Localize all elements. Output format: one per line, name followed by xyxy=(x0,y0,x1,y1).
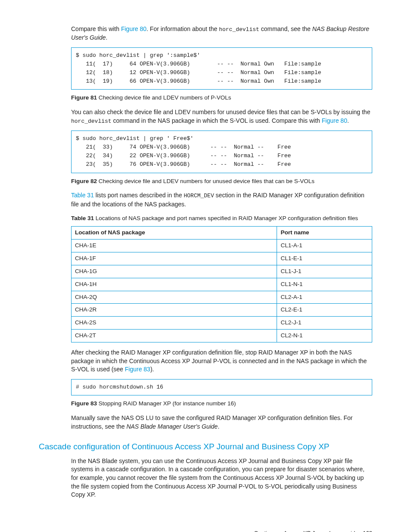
table-row: CHA-1FCL1-E-1 xyxy=(72,252,372,265)
figure-80-link-2[interactable]: Figure 80 xyxy=(322,117,347,124)
para2-text1: You can also check the device file and L… xyxy=(71,109,370,115)
table-row: CHA-2QCL2-A-1 xyxy=(72,291,372,304)
cell-location: CHA-1G xyxy=(72,265,277,278)
table-header-row: Location of NAS package Port name xyxy=(72,227,372,240)
figure-80-link[interactable]: Figure 80 xyxy=(121,25,146,32)
cell-location: CHA-2Q xyxy=(72,291,277,304)
table-31-caption-text: Locations of NAS package and port names … xyxy=(94,215,358,221)
table-row: CHA-2RCL2-E-1 xyxy=(72,304,372,317)
section-heading: Cascade configuration of Continuous Acce… xyxy=(39,441,372,453)
table-31-caption: Table 31 Locations of NAS package and po… xyxy=(71,215,372,223)
intro-post1: command, see the xyxy=(259,25,312,32)
paragraph-3: Table 31 lists port names described in t… xyxy=(71,191,372,208)
code-block-1: $ sudo horc_devlist | grep ':sample$' 11… xyxy=(71,47,372,90)
figure-83-link[interactable]: Figure 83 xyxy=(125,366,150,373)
intro-mid: . For information about the xyxy=(146,25,219,32)
paragraph-4: After checking the RAID Manager XP confi… xyxy=(71,348,372,374)
para2-code: horc_devlist xyxy=(71,118,112,124)
cell-location: CHA-1E xyxy=(72,240,277,252)
paragraph-6: In the NAS Blade system, you can use the… xyxy=(71,457,372,499)
footer-title: Continuous Access XP Journal user guide xyxy=(254,530,358,532)
intro-pre: Compare this with xyxy=(71,25,121,32)
table-row: CHA-1HCL1-N-1 xyxy=(72,278,372,291)
para2-text2: command in the NAS package in which the … xyxy=(112,117,322,124)
port-table: Location of NAS package Port name CHA-1E… xyxy=(71,226,372,342)
cell-port: CL2-A-1 xyxy=(277,291,372,304)
intro-paragraph: Compare this with Figure 80. For informa… xyxy=(71,25,372,42)
para3-text1: lists port names described in the xyxy=(94,192,184,199)
table-row: CHA-2TCL2-N-1 xyxy=(72,330,372,342)
cell-location: CHA-2R xyxy=(72,304,277,317)
table-row: CHA-2SCL2-J-1 xyxy=(72,317,372,330)
cell-port: CL1-J-1 xyxy=(277,265,372,278)
cell-port: CL1-E-1 xyxy=(277,252,372,265)
code-block-3: # sudo horcmshutdown.sh 16 xyxy=(71,379,372,395)
paragraph-2: You can also check the device file and L… xyxy=(71,108,372,125)
figure-82-text: Checking device file and LDEV numbers fo… xyxy=(97,178,314,184)
para4-text2: ). xyxy=(150,366,154,373)
cell-port: CL1-A-1 xyxy=(277,240,372,252)
figure-83-text: Stopping RAID Manager XP (for instance n… xyxy=(97,400,236,407)
figure-81-text: Checking device file and LDEV numbers of… xyxy=(97,94,231,101)
table-row: CHA-1GCL1-J-1 xyxy=(72,265,372,278)
figure-81-caption: Figure 81 Checking device file and LDEV … xyxy=(71,94,372,102)
figure-82-caption: Figure 82 Checking device file and LDEV … xyxy=(71,177,372,186)
figure-81-lead: Figure 81 xyxy=(71,94,97,101)
para5-text2: . xyxy=(218,423,219,430)
paragraph-5: Manually save the NAS OS LU to save the … xyxy=(71,414,372,431)
intro-end: . xyxy=(106,34,107,41)
figure-83-caption: Figure 83 Stopping RAID Manager XP (for … xyxy=(71,400,372,408)
figure-82-lead: Figure 82 xyxy=(71,178,97,184)
table-row: CHA-1ECL1-A-1 xyxy=(72,240,372,252)
cell-location: CHA-1H xyxy=(72,278,277,291)
table-31-lead: Table 31 xyxy=(71,215,94,221)
cell-location: CHA-1F xyxy=(72,252,277,265)
intro-code: horc_devlist xyxy=(219,26,259,33)
cell-port: CL2-J-1 xyxy=(277,317,372,330)
cell-location: CHA-2T xyxy=(72,330,277,342)
page-footer: Continuous Access XP Journal user guide … xyxy=(39,529,372,532)
cell-port: CL2-N-1 xyxy=(277,330,372,342)
para4-text1: After checking the RAID Manager XP confi… xyxy=(71,349,367,373)
para2-text3: . xyxy=(347,117,349,124)
figure-83-lead: Figure 83 xyxy=(71,400,97,407)
col-header-port: Port name xyxy=(277,227,372,240)
col-header-location: Location of NAS package xyxy=(72,227,277,240)
code-block-2: $ sudo horc_devlist | grep ' Free$' 21( … xyxy=(71,131,372,173)
cell-location: CHA-2S xyxy=(72,317,277,330)
para3-code: HORCM_DEV xyxy=(184,193,214,199)
footer-page: 163 xyxy=(363,530,372,532)
table-31-link[interactable]: Table 31 xyxy=(71,192,94,199)
para5-ital: NAS Blade Manager User's Guide xyxy=(126,423,218,430)
cell-port: CL1-N-1 xyxy=(277,278,372,291)
cell-port: CL2-E-1 xyxy=(277,304,372,317)
